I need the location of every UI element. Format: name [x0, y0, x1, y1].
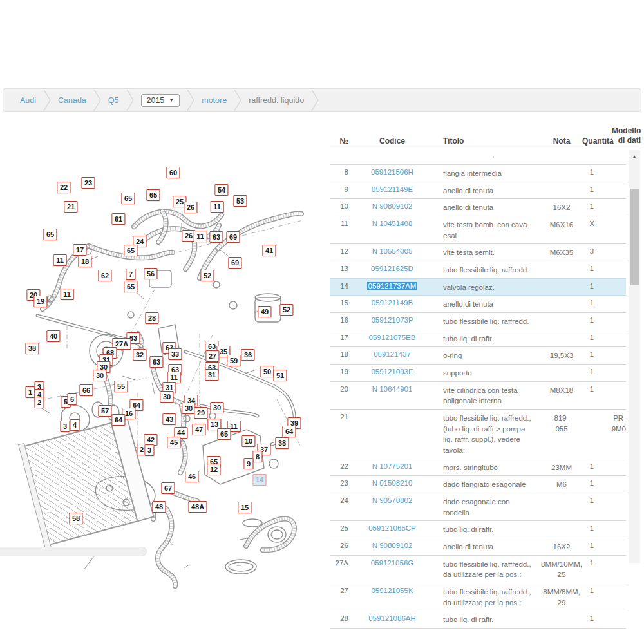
diagram-callout[interactable]: 54: [214, 184, 228, 196]
part-code-link[interactable]: 059121055K: [352, 587, 433, 594]
diagram-callout[interactable]: 7: [126, 269, 135, 280]
diagram-horizontal-scrollbar[interactable]: [0, 547, 147, 556]
diagram-callout[interactable]: 32: [133, 349, 146, 361]
table-row[interactable]: 10N 90809102anello di tenuta16X21: [330, 199, 626, 216]
diagram-callout[interactable]: 41: [262, 245, 276, 256]
diagram-callout[interactable]: 65: [217, 428, 231, 440]
table-scrollbar[interactable]: ▲: [629, 150, 640, 563]
diagram-callout[interactable]: 30: [93, 370, 106, 381]
diagram-callout[interactable]: 45: [167, 437, 180, 448]
diagram-callout[interactable]: 47: [192, 424, 205, 435]
diagram-callout[interactable]: 6: [67, 393, 77, 405]
table-row[interactable]: 15059121149Banello di tenuta1: [330, 296, 626, 313]
diagram-callout[interactable]: 11: [194, 231, 207, 242]
diagram-callout[interactable]: 17: [73, 244, 86, 256]
diagram-callout[interactable]: 51: [273, 370, 287, 381]
diagram-callout[interactable]: 3: [60, 421, 70, 432]
diagram-callout[interactable]: 64: [282, 426, 296, 437]
diagram-callout[interactable]: 30: [210, 402, 223, 413]
part-code-link[interactable]: 059121056G: [352, 559, 433, 567]
part-code-link[interactable]: 059121506H: [352, 168, 433, 176]
diagram-callout[interactable]: 50: [260, 366, 274, 377]
part-code-text[interactable]: 059121437: [374, 350, 411, 358]
part-code-link[interactable]: 059121149E: [352, 185, 433, 193]
diagram-callout[interactable]: 48A: [188, 501, 207, 513]
part-code-link[interactable]: N 10775201: [352, 462, 433, 470]
part-code-link[interactable]: N 90809102: [352, 202, 433, 210]
part-code-text[interactable]: 059121073P: [371, 316, 413, 324]
part-code-text[interactable]: 059121086AH: [368, 614, 416, 622]
table-row[interactable]: 24N 90570802dado esagonale con rondella1: [330, 493, 626, 521]
part-code-text[interactable]: N 10451408: [372, 220, 413, 227]
table-row[interactable]: 20N 10644901vite cilindrica con testa po…: [330, 382, 626, 410]
diagram-callout[interactable]: 26: [184, 202, 197, 213]
diagram-callout-selected[interactable]: 14: [252, 474, 266, 486]
diagram-callout[interactable]: 11: [61, 289, 74, 300]
scrollbar-thumb[interactable]: [630, 189, 639, 285]
diagram-callout[interactable]: 3: [144, 444, 154, 456]
diagram-callout[interactable]: 69: [226, 231, 240, 243]
diagram-callout[interactable]: 60: [166, 167, 180, 178]
part-code-text[interactable]: 059121149E: [372, 185, 413, 193]
diagram-callout[interactable]: 52: [200, 270, 214, 281]
diagram-callout[interactable]: 40: [46, 330, 60, 342]
diagram-callout[interactable]: 21: [64, 201, 77, 213]
diagram-callout[interactable]: 57: [98, 405, 111, 417]
diagram-callout[interactable]: 53: [233, 195, 247, 207]
diagram-callout[interactable]: 65: [124, 245, 137, 256]
diagram-callout[interactable]: 58: [69, 513, 82, 524]
breadcrumb-item-motore[interactable]: motore: [202, 96, 227, 105]
diagram-callout[interactable]: 63: [209, 231, 223, 243]
diagram-callout[interactable]: 52: [279, 304, 293, 316]
diagram-callout[interactable]: 38: [275, 437, 289, 449]
table-row[interactable]: 28059121086AHtubo liq. di raffr.1: [330, 611, 626, 629]
part-code-link[interactable]: 059121073P: [352, 316, 433, 324]
part-code-text[interactable]: N 90570802: [372, 497, 413, 504]
part-code-link[interactable]: 059121625D: [352, 265, 433, 272]
breadcrumb-item-q5[interactable]: Q5: [108, 96, 119, 105]
diagram-callout[interactable]: 63: [149, 356, 163, 368]
diagram-callout[interactable]: 29: [194, 407, 207, 419]
table-row[interactable]: 14059121737AMvalvola regolaz.1: [330, 278, 626, 296]
diagram-callout[interactable]: 31: [205, 369, 218, 381]
diagram-callout[interactable]: 8: [252, 451, 262, 462]
part-code-link[interactable]: 059121075EB: [352, 334, 433, 341]
part-code-text[interactable]: N 90809102: [372, 202, 413, 210]
diagram-callout[interactable]: 23: [81, 177, 95, 189]
table-row[interactable]: 8059121506Hflangia intermedia1: [330, 165, 626, 182]
table-row[interactable]: 23N 01508210dado flangiato esagonaleM61: [330, 476, 626, 493]
table-row[interactable]: 11N 10451408vite testa bomb. con cava es…: [330, 216, 626, 244]
diagram-callout[interactable]: 2: [34, 397, 44, 408]
diagram-callout[interactable]: 12: [207, 464, 220, 475]
diagram-callout[interactable]: 11: [53, 254, 67, 266]
table-row[interactable]: 19059121093Esupporto1: [330, 365, 626, 382]
part-code-link[interactable]: N 10554005: [352, 247, 433, 255]
diagram-callout[interactable]: 65: [124, 281, 137, 292]
part-code-text[interactable]: 059121149B: [372, 299, 413, 307]
part-code-link[interactable]: 059121737AM: [352, 282, 433, 290]
part-code-text[interactable]: N 01508210: [372, 479, 413, 487]
diagram-callout[interactable]: 46: [185, 471, 198, 482]
table-row[interactable]: 13059121625Dtubo flessibile liq. raffred…: [330, 261, 626, 279]
diagram-callout[interactable]: 62: [98, 270, 111, 281]
diagram-callout[interactable]: 9: [243, 458, 253, 469]
table-row[interactable]: 16059121073Ptubo flessibile liq. raffred…: [330, 313, 626, 330]
part-code-link[interactable]: 059121149B: [352, 299, 433, 307]
part-code-text[interactable]: N 10554005: [372, 247, 413, 255]
breadcrumb-item-audi[interactable]: Audi: [20, 96, 36, 105]
diagram-callout[interactable]: 61: [111, 213, 125, 225]
diagram-callout[interactable]: 65: [43, 229, 57, 240]
diagram-callout[interactable]: 19: [33, 296, 47, 307]
diagram-callout[interactable]: 1: [25, 386, 35, 398]
part-code-link[interactable]: N 90809102: [352, 542, 433, 549]
part-code-text[interactable]: 059121056G: [371, 559, 414, 567]
part-code-text[interactable]: 059121625D: [371, 265, 413, 272]
table-row[interactable]: 25059121065CPtubo liq. di raffr.1: [330, 521, 626, 538]
part-code-link[interactable]: N 10644901: [352, 385, 433, 393]
part-code-link[interactable]: 059121093E: [352, 368, 433, 375]
diagram-callout[interactable]: 18: [78, 256, 91, 267]
diagram-callout[interactable]: 33: [168, 348, 182, 360]
part-code-text[interactable]: N 10644901: [372, 385, 413, 393]
part-code-link[interactable]: N 10451408: [352, 220, 433, 227]
part-code-link[interactable]: 059121437: [352, 350, 433, 358]
